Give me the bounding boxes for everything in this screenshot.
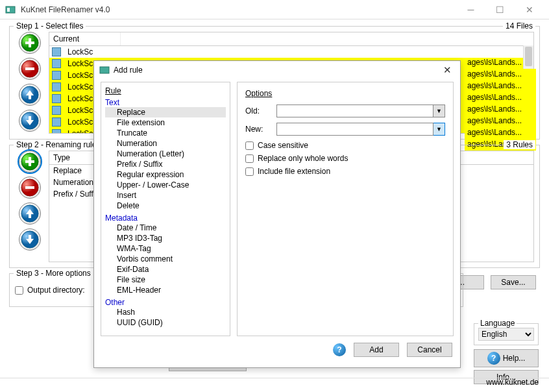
new-label: New:: [245, 125, 276, 134]
remove-rule-button[interactable]: [19, 177, 41, 199]
file-name: LockSc: [64, 47, 97, 57]
rule-tree-item[interactable]: Replace: [105, 107, 226, 117]
dialog-help-icon[interactable]: ?: [333, 343, 346, 356]
rule-tree-item[interactable]: Numeration (Letter): [105, 149, 226, 159]
titlebar: KuKnet FileRenamer v4.0 ─ ☐ ✕: [0, 0, 549, 19]
file-name: LockSc: [64, 93, 97, 104]
svg-rect-10: [100, 67, 109, 73]
file-path: ages\ls\Lands...: [465, 69, 536, 80]
add-rule-dialog: Add rule ✕ Rule Text ReplaceFile extensi…: [93, 60, 461, 368]
rule-tree-item[interactable]: Delete: [105, 201, 226, 211]
new-input[interactable]: [276, 123, 433, 136]
rule-tree-item[interactable]: Numeration: [105, 138, 226, 149]
app-icon: [5, 5, 16, 15]
rule-tree-item[interactable]: WMA-Tag: [105, 243, 226, 254]
rule-tree-item[interactable]: Prefix / Suffix: [105, 159, 226, 169]
move-rule-up-button[interactable]: [19, 202, 41, 225]
file-path: ages\ls\Lands...: [465, 80, 536, 92]
remove-file-button[interactable]: [19, 58, 41, 80]
add-file-button[interactable]: [19, 32, 41, 54]
language-group: Language English: [474, 323, 539, 345]
rule-tree-item[interactable]: Vorbis comment: [105, 254, 226, 264]
file-name: LockSc: [64, 70, 97, 80]
rule-tree-item[interactable]: Regular expression: [105, 169, 226, 180]
whole-words-label: Replace only whole words: [258, 154, 348, 163]
include-ext-checkbox[interactable]: [245, 167, 254, 176]
file-icon: [52, 47, 61, 56]
help-button[interactable]: ?Help...: [474, 349, 539, 367]
step2-count: 3 Rules: [504, 140, 535, 149]
step1-label: Step 1 - Select files: [14, 21, 86, 31]
file-name: LockSc: [64, 117, 97, 127]
cat-metadata[interactable]: Metadata: [105, 214, 226, 223]
rule-tree-item[interactable]: Exif-Data: [105, 264, 226, 275]
cat-text[interactable]: Text: [105, 98, 226, 107]
output-dir-label: Output directory:: [27, 286, 85, 295]
rule-tree-item[interactable]: MP3 ID3-Tag: [105, 233, 226, 243]
rule-tree-item[interactable]: File extension: [105, 117, 226, 128]
file-icon: [52, 129, 61, 134]
step2-label: Step 2 - Renaming rules: [14, 140, 103, 149]
new-dropdown[interactable]: ▼: [433, 123, 445, 136]
move-file-up-button[interactable]: [19, 84, 41, 106]
output-dir-checkbox[interactable]: [15, 286, 23, 295]
case-sensitive-label: Case sensitive: [258, 141, 308, 150]
close-button[interactable]: ✕: [515, 1, 544, 19]
rule-tree-item[interactable]: Insert: [105, 190, 226, 201]
step3-label: Step 3 - More options: [14, 269, 93, 278]
old-dropdown[interactable]: ▼: [433, 104, 445, 117]
file-icon: [52, 117, 61, 127]
file-path: ages\ls\Lands...: [465, 57, 536, 69]
col-current[interactable]: Current: [49, 32, 121, 45]
file-path: ages\ls\Lands...: [465, 116, 536, 127]
file-name: LockSc: [64, 105, 97, 116]
file-icon: [52, 59, 61, 68]
language-label: Language: [478, 319, 517, 328]
include-ext-label: Include file extension: [258, 167, 330, 176]
file-row[interactable]: LockSc: [49, 46, 533, 58]
rule-tree-item[interactable]: File size: [105, 275, 226, 285]
statusbar: [0, 378, 549, 392]
rule-tree-item[interactable]: Hash: [105, 307, 226, 317]
old-label: Old:: [245, 106, 276, 116]
case-sensitive-checkbox[interactable]: [245, 141, 254, 150]
dialog-cancel-button[interactable]: Cancel: [407, 343, 452, 357]
maximize-button[interactable]: ☐: [485, 1, 515, 19]
file-icon: [52, 82, 61, 92]
step1-count: 14 Files: [503, 21, 535, 31]
main-content: Step 1 - Select files 14 Files Current L…: [0, 19, 549, 392]
dialog-add-button[interactable]: Add: [354, 343, 399, 357]
svg-rect-1: [7, 8, 10, 12]
save-rules-button[interactable]: Save...: [491, 275, 536, 289]
file-path: ages\ls\Lands...: [465, 104, 536, 116]
file-name: LockSc: [64, 58, 97, 69]
file-icon: [52, 94, 61, 103]
minimize-button[interactable]: ─: [456, 1, 485, 19]
language-select[interactable]: English: [478, 328, 534, 341]
file-icon: [52, 71, 61, 80]
rule-tree[interactable]: Rule Text ReplaceFile extensionTruncateN…: [101, 82, 230, 336]
add-rule-button[interactable]: [19, 151, 41, 173]
file-path: ages\ls\Lands...: [465, 92, 536, 104]
help-icon: ?: [487, 352, 500, 365]
cat-other[interactable]: Other: [105, 298, 226, 307]
whole-words-checkbox[interactable]: [245, 154, 254, 163]
rule-tree-item[interactable]: Truncate: [105, 128, 226, 138]
rule-tree-item[interactable]: EML-Header: [105, 285, 226, 295]
dialog-close-button[interactable]: ✕: [439, 62, 455, 78]
file-name: LockSc: [64, 129, 97, 134]
file-name: LockSc: [64, 82, 97, 92]
move-rule-down-button[interactable]: [19, 228, 41, 251]
rule-header: Rule: [105, 86, 226, 95]
old-input[interactable]: [276, 104, 433, 117]
file-icon: [52, 106, 61, 115]
dialog-icon: [99, 65, 110, 75]
rule-options: Options Old: ▼ New: ▼ Case sensitive: [237, 82, 454, 336]
move-file-down-button[interactable]: [19, 110, 41, 132]
dialog-title: Add rule: [114, 66, 439, 75]
rule-tree-item[interactable]: Upper- / Lower-Case: [105, 180, 226, 190]
options-header: Options: [245, 89, 445, 98]
rule-tree-item[interactable]: Date / Time: [105, 223, 226, 233]
rule-tree-item[interactable]: UUID (GUID): [105, 317, 226, 328]
file-path: ages\ls\Lands...: [465, 127, 536, 139]
